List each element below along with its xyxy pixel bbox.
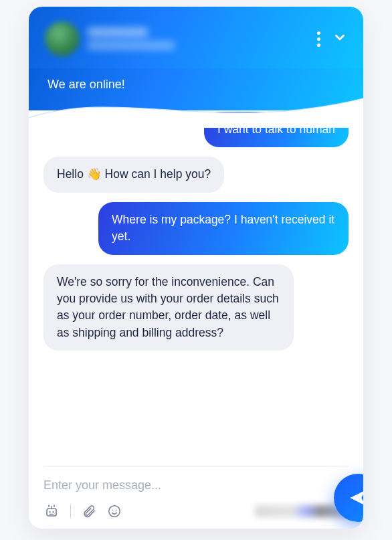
minimize-button[interactable] [332, 30, 347, 48]
agent-avatar [45, 21, 80, 56]
composer [29, 466, 363, 529]
composer-toolbar [43, 503, 349, 519]
emoji-button[interactable] [107, 504, 122, 519]
messages-container: I want to talk to human Hello 👋 How can … [29, 110, 363, 462]
chat-widget: We are online! I want to talk to human H… [29, 7, 363, 529]
header-controls [317, 30, 347, 48]
send-icon [348, 488, 363, 508]
svg-point-7 [109, 506, 120, 517]
svg-point-9 [116, 509, 116, 510]
status-text: We are online! [47, 78, 125, 91]
branding [255, 505, 349, 517]
paperclip-icon [82, 504, 96, 519]
toolbar-divider [70, 505, 71, 518]
agent-info [45, 21, 175, 56]
chat-header [29, 7, 363, 68]
bot-icon [43, 503, 60, 519]
message-agent: We're so sorry for the inconvenience. Ca… [43, 264, 294, 351]
message-user: Where is my package? I haven't received … [98, 202, 349, 255]
message-input[interactable] [43, 478, 349, 492]
chevron-down-icon [332, 30, 347, 45]
svg-point-8 [112, 509, 113, 510]
more-options-icon[interactable] [317, 31, 320, 47]
svg-point-2 [52, 511, 54, 513]
attachment-button[interactable] [82, 504, 96, 519]
agent-name-block [88, 27, 175, 50]
svg-point-1 [49, 511, 50, 513]
message-agent: Hello 👋 How can I help you? [43, 157, 224, 192]
smiley-icon [107, 504, 122, 519]
bot-button[interactable] [43, 503, 60, 519]
